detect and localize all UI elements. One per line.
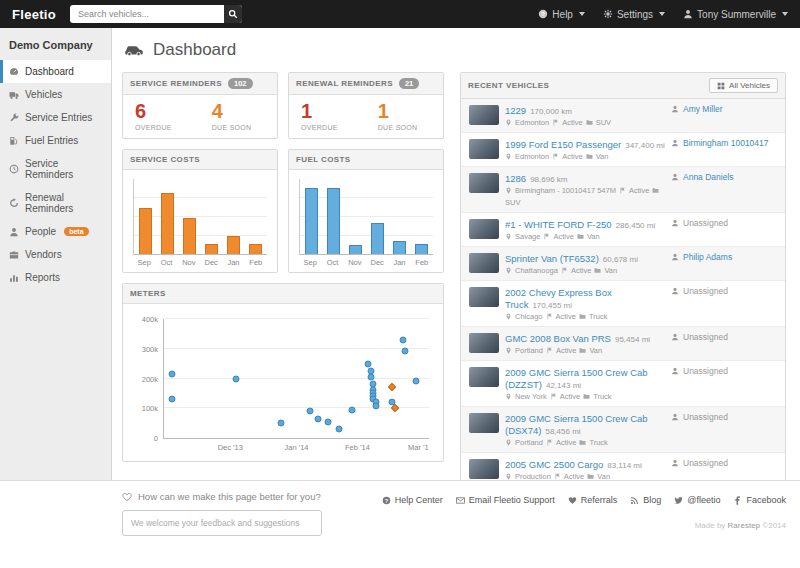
vehicle-thumbnail[interactable] xyxy=(469,219,499,239)
vehicle-thumbnail[interactable] xyxy=(469,459,499,479)
truck-icon xyxy=(8,90,19,100)
footer-right: ?Help CenterEmail Fleetio SupportReferra… xyxy=(382,491,786,568)
vehicle-row: 2009 GMC Sierra 1500 Crew Cab (DSX74)58,… xyxy=(461,407,785,453)
sidebar-item-dashboard[interactable]: Dashboard xyxy=(0,60,111,83)
vehicle-name-link[interactable]: 2005 GMC 2500 Cargo xyxy=(505,459,603,470)
vehicle-thumbnail[interactable] xyxy=(469,287,499,307)
panel-title: FUEL COSTS xyxy=(296,155,351,164)
sidebar-item-renewal-reminders[interactable]: Renewal Reminders xyxy=(0,186,111,220)
y-axis-label: 0 xyxy=(154,434,158,443)
footer-link-referrals[interactable]: Referrals xyxy=(568,495,618,505)
user-menu[interactable]: Tony Summerville xyxy=(683,9,788,20)
sidebar-item-fuel-entries[interactable]: Fuel Entries xyxy=(0,129,111,152)
search-icon xyxy=(228,9,238,19)
settings-menu[interactable]: Settings xyxy=(603,9,665,20)
folder-icon xyxy=(577,233,584,240)
vehicle-name-link[interactable]: GMC 2008 Box Van PRS xyxy=(505,333,611,344)
due-soon-count[interactable]: 4 xyxy=(212,100,252,123)
vehicle-thumbnail[interactable] xyxy=(469,105,499,125)
vehicle-operator[interactable]: Birmingham 10010417 xyxy=(683,138,769,148)
vehicle-operator[interactable]: Anna Daniels xyxy=(683,172,734,182)
search-input[interactable] xyxy=(70,5,242,23)
vehicle-thumbnail[interactable] xyxy=(469,173,499,193)
scatter-diamond xyxy=(390,404,398,412)
vehicle-thumbnail[interactable] xyxy=(469,367,499,387)
bar-x-label: Jan xyxy=(222,258,244,267)
meters-panel: METERS 0100k200k300k400kDec '13Jan '14Fe… xyxy=(122,283,444,462)
search-button[interactable] xyxy=(224,5,242,23)
vehicle-thumbnail[interactable] xyxy=(469,333,499,353)
vehicle-row: 2005 GMC 2500 Cargo83,114 miProductionAc… xyxy=(461,453,785,480)
folder-icon xyxy=(579,313,586,320)
vehicle-location: Portland xyxy=(515,438,543,447)
vehicle-thumbnail[interactable] xyxy=(469,139,499,159)
vehicle-group: Van xyxy=(597,472,610,480)
sidebar-item-vehicles[interactable]: Vehicles xyxy=(0,83,111,106)
email-icon xyxy=(456,496,465,505)
panel-title: SERVICE REMINDERS xyxy=(130,79,222,88)
feedback-input[interactable] xyxy=(122,510,322,536)
footer-link-facebook[interactable]: Facebook xyxy=(733,495,786,505)
caret-down-icon xyxy=(579,12,585,16)
vehicle-row: 2002 Chevy Express Box Truck170,455 miCh… xyxy=(461,281,785,327)
person-icon xyxy=(671,219,679,227)
scatter-point xyxy=(277,419,284,426)
footer-link-email-fleetio-support[interactable]: Email Fleetio Support xyxy=(456,495,555,505)
all-vehicles-button[interactable]: All Vehicles xyxy=(709,78,778,93)
bar-feb xyxy=(415,244,428,255)
vehicle-thumbnail[interactable] xyxy=(469,253,499,273)
sidebar-item-vendors[interactable]: Vendors xyxy=(0,243,111,266)
user-name-label: Tony Summerville xyxy=(697,9,776,20)
bar-x-label: Sep xyxy=(299,258,321,267)
sidebar-item-label: Reports xyxy=(25,272,60,283)
sidebar-item-people[interactable]: Peoplebeta xyxy=(0,220,111,243)
vehicle-status: Active xyxy=(553,232,573,241)
sidebar-item-label: People xyxy=(25,226,56,237)
due-soon-count[interactable]: 1 xyxy=(378,100,418,123)
fuel-costs-header: FUEL COSTS xyxy=(289,150,443,170)
vehicle-operator[interactable]: Philip Adams xyxy=(683,252,732,262)
footer-link-label: Email Fleetio Support xyxy=(469,495,555,505)
gridline xyxy=(164,407,429,408)
vehicle-name-link[interactable]: 1999 Ford E150 Passenger xyxy=(505,139,621,150)
vehicle-name-link[interactable]: Sprinter Van (TF6532) xyxy=(505,253,599,264)
sidebar-item-label: Service Entries xyxy=(25,112,92,123)
twitter-icon xyxy=(674,496,683,505)
heart-icon xyxy=(568,496,577,505)
folder-icon xyxy=(583,393,590,400)
x-axis-label: Mar '1 xyxy=(408,443,429,452)
vehicle-operator[interactable]: Amy Miller xyxy=(683,104,723,114)
vehicle-meter: 42,143 mi xyxy=(546,381,581,390)
folder-icon xyxy=(652,187,659,194)
rarestep-link[interactable]: Rarestep xyxy=(728,521,760,530)
vehicle-location: Edmonton xyxy=(515,152,549,161)
credit-suffix: ©2014 xyxy=(762,521,786,530)
vehicle-thumbnail[interactable] xyxy=(469,413,499,433)
vehicle-status: Active xyxy=(556,346,576,355)
vehicle-name-link[interactable]: 1286 xyxy=(505,173,526,184)
scatter-point xyxy=(314,416,321,423)
footer-link-fleetio[interactable]: @fleetio xyxy=(674,495,720,505)
brand-logo[interactable]: Fleetio xyxy=(12,7,56,22)
vehicle-row: Sprinter Van (TF6532)60,678 miChattanoog… xyxy=(461,247,785,281)
vehicle-meter: 170,455 mi xyxy=(532,301,572,310)
footer-link-blog[interactable]: Blog xyxy=(630,495,661,505)
footer-link-help-center[interactable]: ?Help Center xyxy=(382,495,443,505)
dashboard-right-column: RECENT VEHICLES All Vehicles 1229170,000… xyxy=(460,72,786,480)
sidebar-item-service-reminders[interactable]: Service Reminders xyxy=(0,152,111,186)
sidebar-item-reports[interactable]: Reports xyxy=(0,266,111,289)
recent-vehicles-panel: RECENT VEHICLES All Vehicles 1229170,000… xyxy=(460,72,786,480)
pin-icon xyxy=(505,439,512,446)
bar-oct xyxy=(327,188,340,254)
help-menu[interactable]: ? Help xyxy=(538,9,585,20)
vehicle-row: 1999 Ford E150 Passenger347,400 miEdmont… xyxy=(461,133,785,167)
scatter-point xyxy=(335,426,342,433)
overdue-count[interactable]: 6 xyxy=(135,100,172,123)
fuel-costs-panel: FUEL COSTS SepOctNovDecJanFeb xyxy=(288,149,444,273)
sidebar-item-service-entries[interactable]: Service Entries xyxy=(0,106,111,129)
overdue-count[interactable]: 1 xyxy=(301,100,338,123)
vehicle-operator: Unassigned xyxy=(683,218,728,228)
vehicle-name-link[interactable]: 1229 xyxy=(505,105,526,116)
bar-jan xyxy=(227,236,240,254)
vehicle-name-link[interactable]: #1 - WHITE FORD F-250 xyxy=(505,219,612,230)
